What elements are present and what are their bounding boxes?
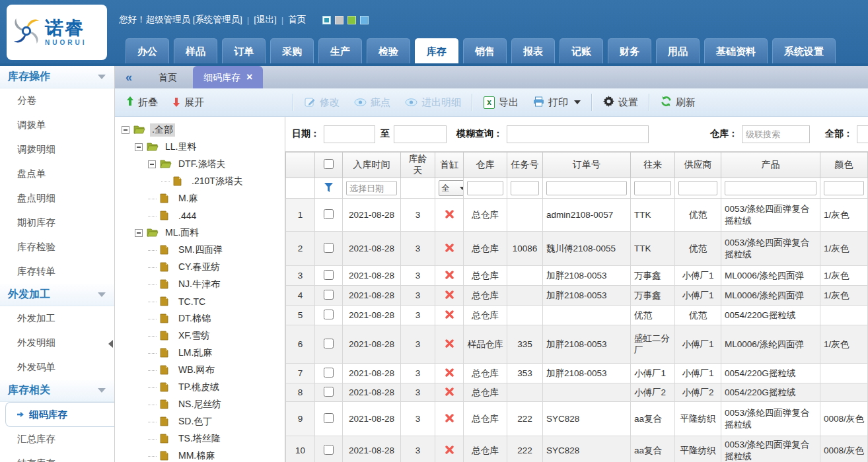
- table-row[interactable]: 82021-08-283总仓库小傅厂2小傅厂20054/220G摇粒绒: [286, 383, 868, 402]
- tabs-back-button[interactable]: «: [115, 66, 143, 88]
- sidebar-item[interactable]: 分卷: [0, 88, 114, 113]
- close-icon[interactable]: ×: [246, 72, 252, 82]
- tree-node[interactable]: SM.四面弹: [120, 242, 285, 259]
- nav-tab-9[interactable]: 报表: [511, 38, 555, 63]
- table-row[interactable]: 72021-08-283总仓库353加胖2108-0053小傅厂1小傅厂1005…: [286, 364, 868, 383]
- sidebar-section-header[interactable]: 库存相关: [0, 380, 114, 402]
- partner-filter-input[interactable]: [634, 181, 671, 195]
- expand-button[interactable]: 展开: [172, 96, 204, 109]
- theme-swatch-3[interactable]: [347, 16, 356, 24]
- column-header-2[interactable]: 库龄天: [401, 152, 435, 178]
- tree-node[interactable]: MM.棉麻: [120, 447, 285, 462]
- table-row[interactable]: 12021-08-283总仓库admin2108-0057TTK优范0053/涤…: [286, 199, 868, 232]
- select-all-checkbox[interactable]: [324, 159, 334, 169]
- sidebar-section-header[interactable]: 外发加工: [0, 284, 114, 306]
- sidebar-item-selected[interactable]: 细码库存: [5, 402, 114, 427]
- tree-node[interactable]: LL.里料: [120, 139, 285, 156]
- tree-node[interactable]: TS.塔丝隆: [120, 430, 285, 447]
- tree-node[interactable]: TC.TC: [120, 293, 285, 310]
- table-row[interactable]: 102021-08-283总仓库222SYC828aa复合平隆纺织0053/涤纶…: [286, 436, 868, 462]
- task-filter-input[interactable]: [511, 181, 539, 195]
- warehouse-search-input[interactable]: [742, 125, 810, 143]
- sidebar-item[interactable]: 盘点明细: [0, 186, 114, 211]
- date-from-input[interactable]: [324, 125, 375, 143]
- tree-node[interactable]: .444: [120, 207, 285, 224]
- row-checkbox[interactable]: [324, 209, 334, 219]
- nav-tab-10[interactable]: 记账: [560, 38, 603, 63]
- theme-swatch-2[interactable]: [335, 16, 344, 24]
- nav-tab-1[interactable]: 办公: [126, 38, 169, 63]
- column-header-5[interactable]: 任务号: [507, 152, 543, 178]
- inout-detail-button[interactable]: 进出明细: [405, 96, 461, 109]
- first-vat-filter-select[interactable]: 全: [439, 180, 464, 196]
- sidebar-item[interactable]: 外发明细: [0, 331, 114, 355]
- table-row[interactable]: 32021-08-283总仓库加胖2108-0053万事鑫小傅厂1ML0006/…: [286, 266, 868, 286]
- tree-node[interactable]: XF.雪纺: [120, 327, 285, 345]
- refresh-button[interactable]: 刷新: [661, 96, 696, 109]
- sidebar-item[interactable]: 外发加工: [0, 306, 114, 331]
- sidebar-item[interactable]: 库存转单: [0, 259, 114, 284]
- color-filter-input[interactable]: [824, 181, 864, 195]
- row-checkbox[interactable]: [324, 243, 334, 253]
- table-row[interactable]: 22021-08-283总仓库10086魏川傅2108-0055TTK优范005…: [286, 232, 868, 266]
- column-header-9[interactable]: 产品: [721, 152, 820, 178]
- row-checkbox[interactable]: [324, 413, 334, 423]
- nav-tab-6[interactable]: 检验: [367, 38, 410, 63]
- nav-tab-14[interactable]: 系统设置: [772, 38, 836, 63]
- tree-node[interactable]: WB.网布: [120, 362, 285, 379]
- sidebar-collapse-handle[interactable]: [108, 340, 113, 348]
- row-checkbox[interactable]: [324, 368, 334, 378]
- tree-expander[interactable]: [135, 229, 143, 237]
- sidebar-section-header[interactable]: 库存操作: [0, 66, 114, 88]
- tree-expander[interactable]: [135, 143, 143, 151]
- table-row[interactable]: 92021-08-283总仓库222SYC828aa复合平隆纺织0053/涤纶四…: [286, 402, 868, 436]
- table-row[interactable]: 52021-08-283总仓库优范优范0054/220G摇粒绒: [286, 306, 868, 325]
- tree-node[interactable]: NJ.牛津布: [120, 276, 285, 293]
- logout-link[interactable]: [退出]: [254, 14, 277, 26]
- home-link[interactable]: 首页: [288, 14, 306, 26]
- all-filter-input[interactable]: [857, 125, 868, 143]
- page-tab-active[interactable]: 细码库存 ×: [193, 66, 263, 88]
- row-checkbox[interactable]: [324, 387, 334, 397]
- export-button[interactable]: x 导出: [484, 96, 519, 109]
- supplier-filter-input[interactable]: [678, 181, 717, 195]
- print-button[interactable]: 打印: [533, 96, 581, 109]
- tree-expander[interactable]: [148, 160, 156, 168]
- sidebar-item[interactable]: 外发码单: [0, 355, 114, 380]
- sidebar-item[interactable]: 结存库存: [0, 451, 114, 462]
- nav-tab-8[interactable]: 销售: [463, 38, 507, 63]
- tree-node[interactable]: DT.棉锦: [120, 310, 285, 327]
- row-checkbox[interactable]: [324, 310, 334, 319]
- tree-node[interactable]: M.麻: [120, 190, 285, 207]
- order-filter-input[interactable]: [546, 181, 627, 195]
- product-filter-input[interactable]: [725, 181, 816, 195]
- defect-button[interactable]: 疵点: [354, 96, 390, 109]
- column-header-4[interactable]: 仓库: [464, 152, 507, 178]
- tree-node[interactable]: TP.桃皮绒: [120, 379, 285, 396]
- tree-node[interactable]: .210T涤塔夫: [120, 173, 285, 190]
- column-header-10[interactable]: 颜色: [820, 152, 868, 178]
- nav-tab-4[interactable]: 采购: [270, 38, 314, 63]
- theme-swatch-4[interactable]: [360, 16, 369, 24]
- tree-expander[interactable]: [122, 126, 129, 134]
- tree-node[interactable]: NS.尼丝纺: [120, 396, 285, 413]
- tree-node[interactable]: .全部: [120, 121, 285, 139]
- theme-swatch-1[interactable]: [322, 16, 331, 24]
- fuzzy-search-input[interactable]: [507, 125, 649, 143]
- row-checkbox[interactable]: [324, 339, 334, 348]
- row-checkbox[interactable]: [324, 270, 334, 280]
- nav-tab-2[interactable]: 样品: [174, 38, 217, 63]
- row-checkbox[interactable]: [324, 445, 334, 455]
- tree-node[interactable]: LM.乱麻: [120, 345, 285, 362]
- collapse-button[interactable]: 折叠: [126, 96, 158, 109]
- table-row[interactable]: 62021-08-283样品仓库335加胖2108-0053盛虹二分厂小傅厂1M…: [286, 325, 868, 364]
- sidebar-item[interactable]: 调拨单: [0, 113, 114, 137]
- nav-tab-7[interactable]: 库存: [415, 38, 458, 63]
- column-header-8[interactable]: 供应商: [675, 152, 721, 178]
- column-header-1[interactable]: 入库时间: [343, 152, 401, 178]
- nav-tab-5[interactable]: 生产: [318, 38, 362, 63]
- column-header-7[interactable]: 往来: [631, 152, 675, 178]
- row-checkbox[interactable]: [324, 290, 334, 300]
- tree-node[interactable]: SD.色丁: [120, 413, 285, 430]
- filter-funnel-icon[interactable]: [324, 184, 333, 194]
